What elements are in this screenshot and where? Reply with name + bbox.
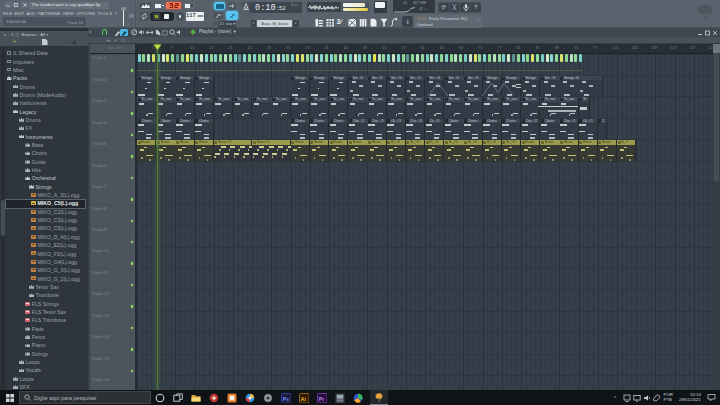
svg-text:Pr: Pr <box>319 395 324 401</box>
svg-text:Ps: Ps <box>283 395 289 401</box>
svg-text:Ai: Ai <box>301 395 307 401</box>
